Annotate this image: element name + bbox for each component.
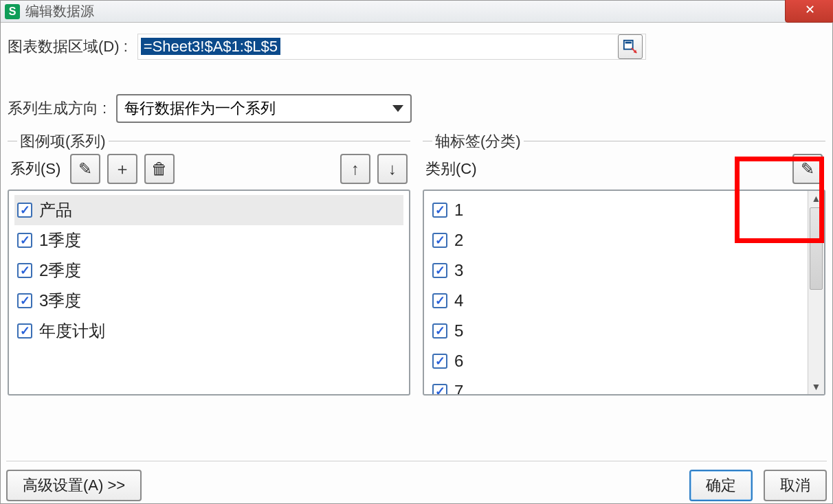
list-item[interactable]: 3季度 [14, 286, 403, 316]
category-group-title: 轴标签(分类) [432, 131, 524, 152]
checkbox[interactable] [432, 203, 447, 218]
dialog-footer: 高级设置(A) >> 确定 取消 [6, 461, 827, 502]
list-item[interactable]: 1季度 [14, 225, 403, 255]
checkbox[interactable] [432, 384, 447, 396]
checkbox[interactable] [432, 233, 447, 248]
list-item-label: 1 [454, 201, 463, 220]
pencil-icon: ✎ [78, 159, 92, 179]
dialog-window: S 编辑数据源 ✕ 图表数据区域(D) : =Sheet3!$A$1:$L$5 [0, 0, 833, 504]
axis-category-group: 轴标签(分类) 类别(C) ✎ 1234567 ▲ [423, 141, 825, 396]
list-item-label: 4 [454, 291, 463, 310]
close-button[interactable]: ✕ [785, 0, 833, 23]
title-bar: S 编辑数据源 [1, 1, 832, 23]
direction-combobox[interactable]: 每行数据作为一个系列 [116, 94, 412, 123]
checkbox[interactable] [17, 233, 32, 248]
checkbox[interactable] [432, 323, 447, 339]
scroll-down-arrow[interactable]: ▼ [808, 379, 824, 394]
edit-category-button[interactable]: ✎ [792, 154, 823, 184]
chart-range-input-wrapper: =Sheet3!$A$1:$L$5 [137, 34, 646, 60]
panels-container: 图例项(系列) 系列(S) ✎ ＋ 🗑 [8, 141, 825, 396]
list-item-label: 7 [454, 382, 463, 396]
list-item[interactable]: 4 [430, 286, 802, 316]
arrow-up-icon: ↑ [351, 159, 359, 179]
list-item[interactable]: 1 [430, 195, 802, 225]
legend-group-title: 图例项(系列) [17, 131, 109, 152]
scroll-up-arrow[interactable]: ▲ [808, 191, 824, 206]
legend-series-group: 图例项(系列) 系列(S) ✎ ＋ 🗑 [8, 141, 410, 396]
list-item[interactable]: 2 [430, 225, 802, 255]
chevron-down-icon [392, 105, 403, 112]
ok-button[interactable]: 确定 [689, 470, 753, 501]
list-item[interactable]: 年度计划 [14, 316, 403, 346]
list-item-label: 6 [454, 352, 463, 371]
move-down-button[interactable]: ↓ [377, 154, 408, 184]
checkbox[interactable] [432, 354, 447, 369]
list-item-label: 3季度 [39, 290, 81, 312]
checkbox[interactable] [432, 263, 447, 278]
list-item-label: 2 [454, 231, 463, 250]
range-picker-icon [623, 39, 638, 54]
list-item-label: 3 [454, 261, 463, 280]
list-item[interactable]: 2季度 [14, 255, 403, 286]
add-series-button[interactable]: ＋ [107, 154, 137, 184]
trash-icon: 🗑 [151, 159, 168, 179]
category-listbox[interactable]: 1234567 ▲ ▼ [423, 190, 825, 396]
list-item[interactable]: 产品 [14, 195, 403, 225]
delete-series-button[interactable]: 🗑 [144, 154, 175, 184]
app-icon: S [5, 4, 20, 19]
chart-range-input[interactable]: =Sheet3!$A$1:$L$5 [141, 38, 280, 55]
category-toolbar: 类别(C) ✎ [423, 154, 825, 184]
list-item-label: 年度计划 [39, 320, 105, 342]
series-toolbar: 系列(S) ✎ ＋ 🗑 ↑ [8, 154, 410, 184]
series-listbox[interactable]: 产品1季度2季度3季度年度计划 [8, 190, 410, 396]
direction-value: 每行数据作为一个系列 [124, 98, 276, 119]
scroll-thumb[interactable] [810, 207, 823, 290]
chart-range-row: 图表数据区域(D) : =Sheet3!$A$1:$L$5 [8, 34, 825, 60]
list-item[interactable]: 3 [430, 255, 802, 286]
direction-row: 系列生成方向 : 每行数据作为一个系列 [8, 94, 825, 123]
list-item-label: 5 [454, 321, 463, 341]
checkbox[interactable] [17, 263, 32, 278]
checkbox[interactable] [432, 293, 447, 308]
list-item[interactable]: 5 [430, 316, 802, 346]
chart-range-label: 图表数据区域(D) : [8, 36, 128, 57]
series-subtitle: 系列(S) [10, 159, 60, 179]
checkbox[interactable] [17, 293, 32, 308]
checkbox[interactable] [17, 203, 32, 218]
list-item[interactable]: 6 [430, 346, 802, 376]
list-item[interactable]: 7 [430, 376, 802, 396]
dialog-title: 编辑数据源 [25, 2, 94, 21]
list-item-label: 2季度 [39, 260, 81, 282]
edit-series-button[interactable]: ✎ [70, 154, 100, 184]
move-up-button[interactable]: ↑ [340, 154, 370, 184]
checkbox[interactable] [17, 323, 32, 339]
category-scrollbar[interactable]: ▲ ▼ [808, 191, 824, 394]
svg-rect-1 [625, 42, 631, 44]
advanced-settings-button[interactable]: 高级设置(A) >> [6, 470, 142, 501]
pencil-icon: ✎ [801, 159, 814, 179]
list-item-label: 产品 [39, 199, 72, 221]
range-picker-button[interactable] [618, 34, 643, 59]
category-subtitle: 类别(C) [425, 159, 477, 179]
cancel-button[interactable]: 取消 [764, 470, 827, 501]
plus-icon: ＋ [114, 158, 131, 180]
direction-label: 系列生成方向 : [8, 98, 107, 119]
list-item-label: 1季度 [39, 229, 81, 251]
dialog-content: 图表数据区域(D) : =Sheet3!$A$1:$L$5 系列生成方向 : 每… [1, 23, 832, 402]
arrow-down-icon: ↓ [388, 159, 397, 179]
